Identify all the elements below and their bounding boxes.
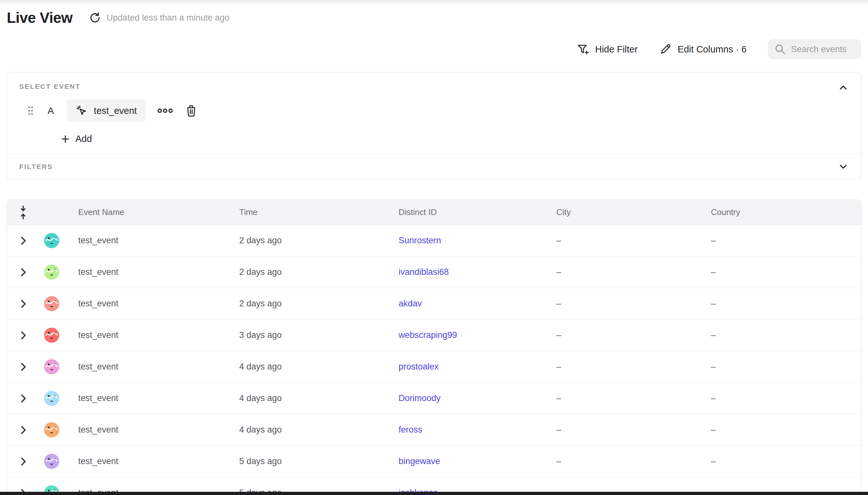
cell-time: 2 days ago	[225, 299, 384, 309]
expand-row-button[interactable]	[20, 330, 27, 340]
cell-event-name: test_event	[64, 456, 225, 466]
cell-country: –	[696, 393, 861, 403]
collapse-rows-icon	[19, 205, 27, 220]
distinct-id-link[interactable]: webscraping99	[398, 330, 457, 340]
cell-distinct-id: feross	[384, 425, 542, 435]
table-row: test_event 5 days ago bingewave – –	[7, 446, 861, 477]
distinct-id-link[interactable]: akdav	[398, 299, 422, 308]
cell-time: 4 days ago	[225, 393, 384, 403]
column-header-event-name[interactable]: Event Name	[64, 207, 225, 217]
edit-columns-button[interactable]: Edit Columns · 6	[659, 43, 747, 56]
expand-row-button[interactable]	[20, 362, 27, 372]
top-fade	[0, 0, 868, 5]
cell-time: 3 days ago	[225, 330, 384, 340]
table-row: test_event 4 days ago Dorimoody – –	[7, 383, 861, 414]
trash-icon	[185, 104, 197, 117]
distinct-id-link[interactable]: ivandiblasi68	[398, 267, 449, 277]
updated-status: Updated less than a minute ago	[106, 13, 229, 23]
page-title: Live View	[7, 9, 72, 27]
cell-country: –	[696, 456, 861, 466]
hide-filter-button[interactable]: Hide Filter	[576, 43, 637, 56]
cell-country: –	[696, 425, 861, 435]
cell-time: 2 days ago	[225, 267, 384, 277]
distinct-id-link[interactable]: Sunrostern	[398, 236, 441, 245]
table-row: test_event 4 days ago prostoalex – –	[7, 351, 861, 383]
cell-country: –	[696, 330, 861, 340]
delete-event-button[interactable]	[185, 104, 197, 117]
distinct-id-link[interactable]: Dorimoody	[398, 393, 441, 403]
distinct-id-link[interactable]: feross	[398, 425, 422, 434]
chevron-right-icon	[20, 268, 27, 277]
search-icon	[774, 44, 786, 55]
column-header-country[interactable]: Country	[696, 207, 861, 217]
cell-distinct-id: ivandiblasi68	[384, 267, 542, 277]
event-letter: A	[48, 106, 54, 116]
collapse-all-rows-button[interactable]	[19, 205, 27, 220]
cell-time: 4 days ago	[225, 362, 384, 372]
cell-country: –	[696, 362, 861, 372]
cell-time: 5 days ago	[225, 456, 384, 466]
cell-event-name: test_event	[64, 267, 225, 277]
expand-row-button[interactable]	[20, 236, 27, 245]
hide-filter-label: Hide Filter	[595, 44, 637, 55]
table-row: test_event 2 days ago akdav – –	[7, 288, 861, 320]
cell-time: 2 days ago	[225, 236, 384, 245]
chevron-right-icon	[20, 299, 27, 309]
cell-event-name: test_event	[64, 236, 225, 245]
chevron-right-icon	[20, 330, 27, 340]
cell-event-name: test_event	[64, 330, 225, 340]
chevron-right-icon	[20, 362, 27, 372]
search-input[interactable]	[791, 45, 855, 54]
user-avatar	[44, 391, 59, 406]
cell-time: 4 days ago	[225, 425, 384, 435]
expand-row-button[interactable]	[20, 457, 27, 466]
chevron-right-icon	[20, 425, 27, 435]
expand-row-button[interactable]	[20, 425, 27, 435]
drag-handle[interactable]	[27, 105, 34, 117]
toolbar: Hide Filter Edit Columns · 6	[576, 39, 861, 59]
select-event-section: SELECT EVENT A	[7, 72, 861, 144]
cell-event-name: test_event	[64, 393, 225, 403]
expand-row-button[interactable]	[20, 394, 27, 403]
filters-section[interactable]: FILTERS	[7, 154, 861, 179]
cell-distinct-id: akdav	[384, 299, 542, 309]
search-box[interactable]	[768, 39, 861, 59]
column-header-city[interactable]: City	[542, 207, 696, 217]
event-select-button[interactable]: test_event	[67, 100, 146, 122]
more-options-icon	[157, 107, 173, 115]
expand-row-button[interactable]	[20, 268, 27, 277]
add-event-button[interactable]: Add	[61, 134, 92, 144]
more-options-button[interactable]	[157, 107, 173, 115]
cell-country: –	[696, 267, 861, 277]
table-header-row: Event Name Time Distinct ID City Country	[7, 200, 861, 225]
drag-handle-icon	[27, 105, 34, 117]
table-row: test_event 4 days ago feross – –	[7, 414, 861, 446]
expand-filters-button[interactable]	[838, 161, 849, 172]
user-avatar	[44, 264, 59, 280]
cell-distinct-id: bingewave	[384, 456, 542, 466]
cell-city: –	[542, 299, 696, 309]
chevron-right-icon	[20, 236, 27, 245]
distinct-id-link[interactable]: prostoalex	[398, 362, 439, 371]
column-header-time[interactable]: Time	[225, 207, 384, 217]
collapse-section-button[interactable]	[838, 82, 849, 93]
user-avatar	[44, 328, 59, 343]
query-builder-card: SELECT EVENT A	[7, 72, 861, 180]
user-avatar	[44, 296, 59, 311]
cell-event-name: test_event	[64, 362, 225, 372]
cell-city: –	[542, 456, 696, 466]
refresh-icon	[89, 12, 101, 24]
cell-city: –	[542, 393, 696, 403]
chevron-right-icon	[20, 457, 27, 466]
table-row: test_event 2 days ago Sunrostern – –	[7, 225, 861, 257]
table-row: test_event 2 days ago ivandiblasi68 – –	[7, 257, 861, 288]
distinct-id-link[interactable]: bingewave	[398, 456, 440, 466]
event-name-label: test_event	[94, 106, 137, 116]
column-header-distinct-id[interactable]: Distinct ID	[384, 207, 542, 217]
refresh-button[interactable]	[88, 11, 102, 25]
expand-row-button[interactable]	[20, 299, 27, 309]
cell-event-name: test_event	[64, 299, 225, 309]
user-avatar	[44, 233, 59, 248]
chevron-right-icon	[20, 394, 27, 403]
cell-distinct-id: Dorimoody	[384, 393, 542, 403]
